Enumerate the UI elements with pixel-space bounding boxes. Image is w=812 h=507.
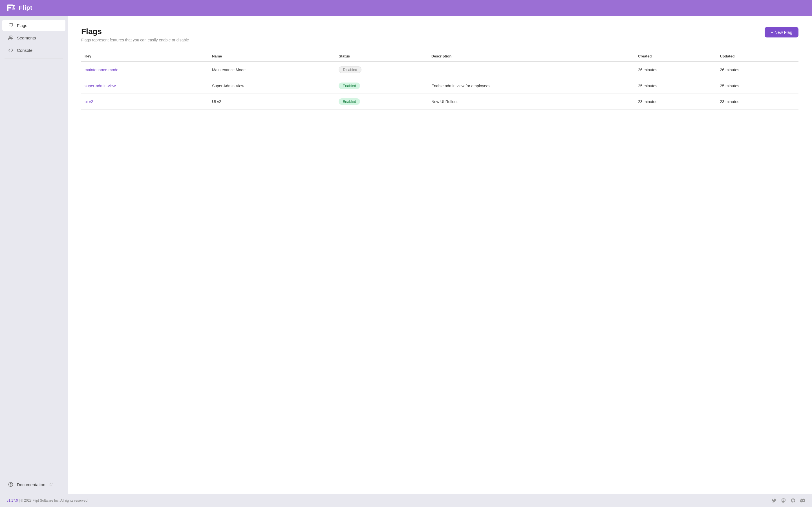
sidebar-divider (4, 59, 63, 59)
cell-key: maintenance-mode (81, 61, 209, 78)
footer-version[interactable]: v1.17.0 (7, 499, 18, 503)
cell-created: 25 minutes (635, 78, 717, 94)
flag-key-link[interactable]: super-admin-view (85, 83, 116, 88)
table-row: maintenance-mode Maintenance Mode Disabl… (81, 61, 799, 78)
discord-icon[interactable] (800, 498, 805, 503)
table-body: maintenance-mode Maintenance Mode Disabl… (81, 61, 799, 110)
cell-updated: 23 minutes (716, 94, 799, 110)
cell-created: 23 minutes (635, 94, 717, 110)
help-icon (8, 482, 13, 487)
twitter-icon[interactable] (771, 498, 776, 503)
status-badge: Enabled (339, 82, 360, 89)
sidebar-item-flags[interactable]: Flags (2, 20, 65, 31)
col-status: Status (335, 51, 428, 61)
app-name: Flipt (18, 4, 33, 11)
svg-point-4 (9, 36, 11, 38)
cell-status: Enabled (335, 94, 428, 110)
page-title-area: Flags Flags represent features that you … (81, 27, 189, 42)
page-subtitle: Flags represent features that you can ea… (81, 38, 189, 42)
segments-icon (8, 35, 13, 41)
logo[interactable]: Flipt (7, 3, 33, 12)
sidebar-item-console[interactable]: Console (2, 45, 65, 56)
cell-status: Enabled (335, 78, 428, 94)
col-updated: Updated (716, 51, 799, 61)
cell-status: Disabled (335, 61, 428, 78)
sidebar-item-segments[interactable]: Segments (2, 32, 65, 43)
cell-name: UI v2 (209, 94, 335, 110)
col-description: Description (428, 51, 635, 61)
sidebar-console-label: Console (17, 48, 33, 53)
svg-rect-2 (7, 7, 11, 8)
cell-key: ui-v2 (81, 94, 209, 110)
table-header: Key Name Status Description Created Upda… (81, 51, 799, 61)
col-name: Name (209, 51, 335, 61)
cell-updated: 25 minutes (716, 78, 799, 94)
footer-copyright-text: | © 2023 Flipt Software Inc. All rights … (19, 499, 89, 503)
console-icon (8, 47, 13, 53)
cell-description (428, 61, 635, 78)
footer: v1.17.0 | © 2023 Flipt Software Inc. All… (0, 494, 812, 507)
flag-icon (8, 22, 13, 28)
cell-description: Enable admin view for employees (428, 78, 635, 94)
topnav: Flipt (0, 0, 812, 16)
sidebar-flags-label: Flags (17, 23, 28, 28)
svg-line-7 (51, 483, 52, 485)
cell-name: Super Admin View (209, 78, 335, 94)
cell-name: Maintenance Mode (209, 61, 335, 78)
status-badge: Disabled (339, 66, 361, 73)
status-badge: Enabled (339, 98, 360, 105)
page-header: Flags Flags represent features that you … (81, 27, 799, 42)
footer-copyright: v1.17.0 | © 2023 Flipt Software Inc. All… (7, 499, 88, 503)
sidebar: Flags Segments Console (0, 16, 68, 494)
cell-key: super-admin-view (81, 78, 209, 94)
footer-social-links (771, 498, 805, 503)
github-icon[interactable] (791, 498, 796, 503)
page-title: Flags (81, 27, 189, 36)
col-created: Created (635, 51, 717, 61)
cell-description: New UI Rollout (428, 94, 635, 110)
table-row: ui-v2 UI v2 Enabled New UI Rollout 23 mi… (81, 94, 799, 110)
sidebar-item-documentation[interactable]: Documentation (2, 479, 65, 490)
new-flag-button[interactable]: + New Flag (765, 27, 799, 38)
col-key: Key (81, 51, 209, 61)
flag-key-link[interactable]: maintenance-mode (85, 68, 118, 72)
external-link-icon (49, 483, 53, 486)
table-row: super-admin-view Super Admin View Enable… (81, 78, 799, 94)
sidebar-segments-label: Segments (17, 36, 36, 40)
flag-key-link[interactable]: ui-v2 (85, 100, 93, 104)
mastodon-icon[interactable] (781, 498, 786, 503)
cell-updated: 26 minutes (716, 61, 799, 78)
main-content: Flags Flags represent features that you … (68, 16, 812, 494)
flags-table: Key Name Status Description Created Upda… (81, 51, 799, 110)
cell-created: 26 minutes (635, 61, 717, 78)
sidebar-documentation-label: Documentation (17, 482, 45, 487)
flipt-logo-icon (7, 3, 16, 12)
